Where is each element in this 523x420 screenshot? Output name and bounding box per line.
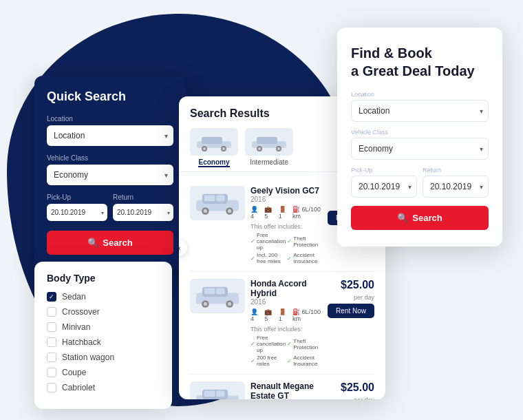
body-type-item[interactable]: Station wagon <box>47 353 160 362</box>
fb-pickup-select-wrapper: 20.10.2019 ▾ <box>351 176 417 198</box>
body-type-item[interactable]: Hatchback <box>47 337 160 347</box>
offer-includes-label: This offer includes: <box>250 223 322 230</box>
checkbox[interactable] <box>47 368 56 377</box>
feature-item: 200 free miles <box>250 355 286 367</box>
quick-search-button[interactable]: 🔍 Search <box>47 231 173 255</box>
car-specs: 👤 4 💼 5 🚪 1 ⛽ 6L/100 km <box>250 308 322 322</box>
date-row: Pick-Up 20.10.2019 ▾ Return 20.10.2019 ▾ <box>47 193 173 221</box>
return-label: Return <box>113 193 173 201</box>
fb-vehicle-class-select[interactable]: Economy Intermediate <box>351 138 489 160</box>
car-listing-image <box>190 279 245 313</box>
checkbox[interactable] <box>47 322 56 332</box>
svg-point-5 <box>222 147 225 150</box>
fb-return-label: Return <box>423 167 489 174</box>
body-type-item[interactable]: Sedan <box>47 292 160 302</box>
body-type-item[interactable]: Minivan <box>47 322 160 332</box>
car-specs: 👤 4 💼 5 🚪 1 ⛽ 6L/100 km <box>250 206 322 220</box>
svg-rect-27 <box>216 288 224 295</box>
car-price: $25.00 <box>341 381 374 394</box>
car-price-section: $25.00per dayRent Now <box>328 381 374 399</box>
checkbox[interactable] <box>47 383 56 392</box>
svg-rect-26 <box>204 288 215 295</box>
search-icon: 🔍 <box>87 238 98 248</box>
checkbox[interactable] <box>47 292 56 302</box>
svg-rect-7 <box>257 137 277 144</box>
svg-rect-1 <box>202 137 222 144</box>
rent-now-button[interactable]: Rent Now <box>328 304 374 318</box>
checkbox[interactable] <box>47 353 56 362</box>
find-book-search-label: Search <box>412 213 442 223</box>
doors-spec: 🚪 1 <box>279 308 288 322</box>
car-type-tab[interactable]: Economy <box>190 128 238 171</box>
body-type-card: Body Type SedanCrossoverMinivanHatchback… <box>34 262 172 409</box>
feature-item: Accident Insurance <box>287 355 322 367</box>
body-type-item[interactable]: Coupe <box>47 368 160 377</box>
pickup-select-wrapper: 20.10.2019 ▾ <box>47 204 107 221</box>
fb-return-date-select[interactable]: 20.10.2019 <box>423 176 489 198</box>
feature-item: Incl. 200 free miles <box>250 252 286 264</box>
car-listing: Renault Megane Estate GT2016 👤 4 💼 5 🚪 1… <box>190 375 374 399</box>
return-date-select[interactable]: 20.10.2019 <box>113 204 173 221</box>
body-type-label: Cabriolet <box>62 383 95 392</box>
fb-location-select[interactable]: Location <box>351 100 489 122</box>
car-thumb-image <box>190 128 238 156</box>
find-book-search-button[interactable]: 🔍 Search <box>351 206 489 230</box>
find-book-title: Find & Booka Great Deal Today <box>351 44 489 80</box>
body-type-label: Station wagon <box>62 353 114 362</box>
offer-features: Free cancellation upTheft ProtectionIncl… <box>250 232 322 264</box>
feature-item: Free cancellation up <box>250 232 286 251</box>
fb-pickup-field: Pick-Up 20.10.2019 ▾ <box>351 167 417 198</box>
svg-rect-35 <box>216 391 224 397</box>
offer-includes-label: This offer includes: <box>250 326 322 333</box>
svg-point-17 <box>228 209 231 213</box>
quick-search-card: Quick Search Location Location ▾ Vehicle… <box>34 76 186 269</box>
checkbox[interactable] <box>47 307 56 317</box>
feature-item: Free cancellation up <box>250 335 286 353</box>
location-label: Location <box>47 115 173 123</box>
fb-location-select-wrapper: Location ▾ <box>351 100 489 122</box>
car-listing-info: Geely Vision GC72016 👤 4 💼 5 🚪 1 ⛽ 6L/10… <box>250 186 322 264</box>
body-type-item[interactable]: Crossover <box>47 307 160 317</box>
car-type-tab[interactable]: Intermediate <box>245 128 293 171</box>
car-listing-image <box>190 381 245 399</box>
bags-spec: 💼 5 <box>264 308 274 322</box>
svg-rect-34 <box>204 391 215 397</box>
location-select[interactable]: Location <box>47 125 173 146</box>
svg-point-16 <box>204 209 207 213</box>
fb-return-field: Return 20.10.2019 ▾ <box>423 167 489 198</box>
car-year: 2016 <box>250 196 322 203</box>
body-type-label: Minivan <box>62 322 90 332</box>
svg-point-24 <box>204 302 207 306</box>
fb-location-label: Location <box>351 91 489 98</box>
bags-spec: 💼 5 <box>264 206 274 220</box>
feature-item: Theft Protection <box>287 335 322 353</box>
car-listing-info: Renault Megane Estate GT2016 👤 4 💼 5 🚪 1… <box>250 381 322 399</box>
fb-date-row: Pick-Up 20.10.2019 ▾ Return 20.10.2019 ▾ <box>351 167 489 198</box>
return-field: Return 20.10.2019 ▾ <box>113 193 173 221</box>
svg-point-25 <box>228 302 231 306</box>
quick-search-title: Quick Search <box>47 90 173 104</box>
car-year: 2016 <box>250 298 322 306</box>
body-type-item[interactable]: Cabriolet <box>47 383 160 392</box>
checkbox[interactable] <box>47 337 56 347</box>
fb-pickup-label: Pick-Up <box>351 167 417 174</box>
prev-arrow[interactable]: ‹ <box>179 240 187 255</box>
pickup-label: Pick-Up <box>47 193 107 201</box>
vehicle-class-select[interactable]: Economy Intermediate Full Size <box>47 165 173 185</box>
svg-rect-18 <box>204 196 215 202</box>
body-type-label: Crossover <box>62 307 100 317</box>
offer-features: Free cancellation upTheft Protection200 … <box>250 335 322 367</box>
svg-point-10 <box>258 147 261 150</box>
quick-search-button-label: Search <box>103 238 132 248</box>
pickup-date-select[interactable]: 20.10.2019 <box>47 204 107 221</box>
seats-spec: 👤 4 <box>250 206 260 220</box>
car-name: Geely Vision GC7 <box>250 186 322 196</box>
doors-spec: 🚪 1 <box>279 206 288 220</box>
per-day-label: per day <box>354 397 374 399</box>
fuel-spec: ⛽ 6L/100 km <box>292 308 322 322</box>
body-type-label: Coupe <box>62 368 86 377</box>
find-book-card: Find & Booka Great Deal Today Location L… <box>337 28 502 246</box>
vehicle-class-select-wrapper: Economy Intermediate Full Size ▾ <box>47 165 173 185</box>
vehicle-class-label: Vehicle Class <box>47 154 173 162</box>
fb-pickup-date-select[interactable]: 20.10.2019 <box>351 176 417 198</box>
